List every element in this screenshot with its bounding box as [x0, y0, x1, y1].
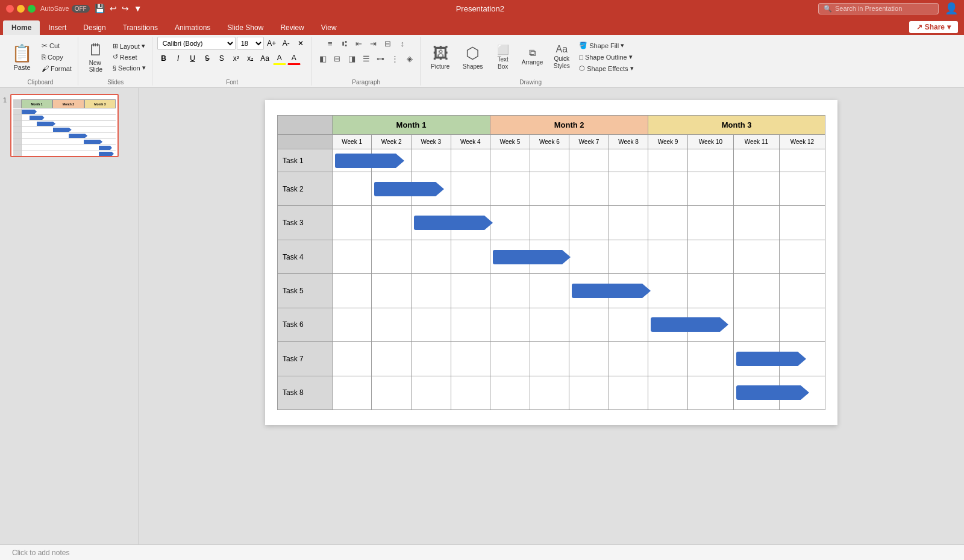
align-left-button[interactable]: ◧: [316, 52, 330, 65]
tab-insert[interactable]: Insert: [40, 20, 75, 35]
strikethrough-button[interactable]: S̶: [201, 52, 214, 65]
notes-area[interactable]: Click to add notes: [0, 544, 964, 560]
shape-effects-icon: ⬡: [579, 64, 585, 72]
title-bar-right: 🔍 👤: [818, 2, 958, 15]
task-8-week11: [733, 376, 779, 409]
superscript-button[interactable]: x²: [230, 52, 243, 65]
shape-outline-icon: □: [579, 54, 583, 61]
increase-indent-button[interactable]: ⇥: [367, 37, 380, 50]
task-2-week8: [609, 172, 648, 206]
font-label: Font: [226, 79, 238, 86]
new-slide-button[interactable]: 🗒 NewSlide: [83, 39, 108, 75]
align-center-button[interactable]: ⊟: [331, 52, 344, 65]
task-5-label: Task 5: [278, 274, 333, 308]
shape-outline-button[interactable]: □ Shape Outline ▾: [577, 52, 636, 62]
clear-format-button[interactable]: ✕: [294, 37, 307, 50]
task-1-week8: [609, 149, 648, 172]
week-7-header: Week 7: [569, 135, 609, 149]
shapes-button[interactable]: ⬡ Shapes: [458, 42, 488, 72]
numbered-list-button[interactable]: ⑆: [338, 37, 351, 50]
layout-button[interactable]: ⊞ Layout ▾: [110, 41, 148, 51]
clipboard-small-btns: ✂ Cut ⎘ Copy 🖌 Format: [39, 40, 74, 74]
tab-animations[interactable]: Animations: [166, 20, 219, 35]
increase-font-button[interactable]: A+: [265, 37, 278, 50]
minimize-button[interactable]: [17, 5, 25, 13]
smartart-convert-button[interactable]: ◈: [403, 52, 416, 65]
font-color-button[interactable]: A: [287, 52, 301, 65]
justify-button[interactable]: ☰: [360, 52, 373, 65]
underline-button[interactable]: U: [186, 52, 199, 65]
autosave-toggle[interactable]: OFF: [72, 5, 90, 13]
search-input[interactable]: [835, 5, 925, 12]
task-2-week9: [648, 172, 688, 206]
tab-home[interactable]: Home: [3, 20, 40, 35]
italic-button[interactable]: I: [172, 52, 185, 65]
section-button[interactable]: § Section ▾: [110, 63, 148, 73]
cut-button[interactable]: ✂ Cut: [39, 40, 74, 51]
reset-button[interactable]: ↺ Reset: [110, 52, 148, 62]
paste-label: Paste: [13, 64, 30, 71]
textbox-button[interactable]: ⬜ TextBox: [490, 42, 516, 72]
week-9-header: Week 9: [648, 135, 688, 149]
undo-icon[interactable]: ↩: [110, 4, 117, 13]
ribbon-body: 📋 Paste ✂ Cut ⎘ Copy 🖌 Format Clipboard: [0, 35, 964, 88]
case-button[interactable]: Aa: [258, 52, 272, 65]
font-size-select[interactable]: 18: [237, 37, 264, 50]
task-2-row: Task 2: [278, 172, 825, 206]
ribbon-tabs: Home Insert Design Transitions Animation…: [0, 17, 964, 35]
slide-canvas[interactable]: Month 1 Month 2 Month 3 Week 1 Week 2 We…: [265, 100, 837, 425]
quick-styles-button[interactable]: Aa QuickStyles: [549, 42, 574, 72]
shape-fill-button[interactable]: 🪣 Shape Fill ▾: [577, 40, 636, 51]
paste-button[interactable]: 📋 Paste: [7, 42, 37, 73]
autosave-area: AutoSave OFF: [40, 5, 90, 13]
tab-review[interactable]: Review: [272, 20, 312, 35]
format-button[interactable]: 🖌 Format: [39, 63, 74, 74]
canvas-area[interactable]: Month 1 Month 2 Month 3 Week 1 Week 2 We…: [139, 88, 964, 544]
task-3-row: Task 3: [278, 206, 825, 240]
highlight-button[interactable]: A: [273, 52, 286, 65]
save-icon[interactable]: 💾: [95, 4, 105, 13]
notes-placeholder: Click to add notes: [12, 549, 69, 557]
slide-thumb-container: 1 Month 1 Month 2 Month 3: [3, 94, 135, 157]
picture-button[interactable]: 🖼 Picture: [425, 42, 455, 72]
task-6-label: Task 6: [278, 308, 333, 341]
align-right-button[interactable]: ◨: [345, 52, 358, 65]
task-7-label: Task 7: [278, 342, 333, 376]
shape-effects-button[interactable]: ⬡ Shape Effects ▾: [577, 63, 636, 73]
search-box[interactable]: 🔍: [818, 3, 939, 14]
task-2-week7: [569, 172, 609, 206]
columns-button[interactable]: ⊟: [381, 37, 395, 50]
redo-icon[interactable]: ↪: [122, 4, 129, 13]
decrease-font-button[interactable]: A-: [280, 37, 293, 50]
copy-icon: ⎘: [42, 53, 46, 61]
tab-design[interactable]: Design: [75, 20, 114, 35]
week-1-header: Week 1: [332, 135, 372, 149]
align-text-button[interactable]: ⋮: [389, 52, 402, 65]
more-icon[interactable]: ▼: [134, 4, 142, 13]
slide-thumbnail[interactable]: Month 1 Month 2 Month 3: [10, 94, 119, 157]
text-direction-button[interactable]: ⊶: [374, 52, 387, 65]
close-button[interactable]: [6, 5, 14, 13]
share-button[interactable]: ↗ Share ▾: [909, 21, 958, 33]
task-1-label: Task 1: [278, 149, 333, 172]
maximize-button[interactable]: [28, 5, 36, 13]
decrease-indent-button[interactable]: ⇤: [352, 37, 366, 50]
arrange-button[interactable]: ⧉ Arrange: [518, 46, 547, 68]
bold-button[interactable]: B: [157, 52, 171, 65]
task-2-week5: [490, 172, 530, 206]
textbox-icon: ⬜: [497, 44, 509, 55]
subscript-button[interactable]: x₂: [244, 52, 257, 65]
bullet-list-button[interactable]: ≡: [324, 37, 337, 50]
line-spacing-button[interactable]: ↕: [396, 37, 409, 50]
font-family-select[interactable]: Calibri (Body): [157, 37, 236, 50]
week-5-header: Week 5: [490, 135, 530, 149]
font-content: Calibri (Body) 18 A+ A- ✕ B I U S̶ S x² …: [157, 37, 307, 77]
clipboard-label: Clipboard: [28, 79, 54, 86]
tab-slideshow[interactable]: Slide Show: [219, 20, 272, 35]
copy-button[interactable]: ⎘ Copy: [39, 52, 74, 63]
tab-transitions[interactable]: Transitions: [114, 20, 166, 35]
task-6-week9: [648, 308, 688, 341]
shadow-button[interactable]: S: [215, 52, 228, 65]
slides-label: Slides: [107, 79, 124, 86]
tab-view[interactable]: View: [313, 20, 345, 35]
